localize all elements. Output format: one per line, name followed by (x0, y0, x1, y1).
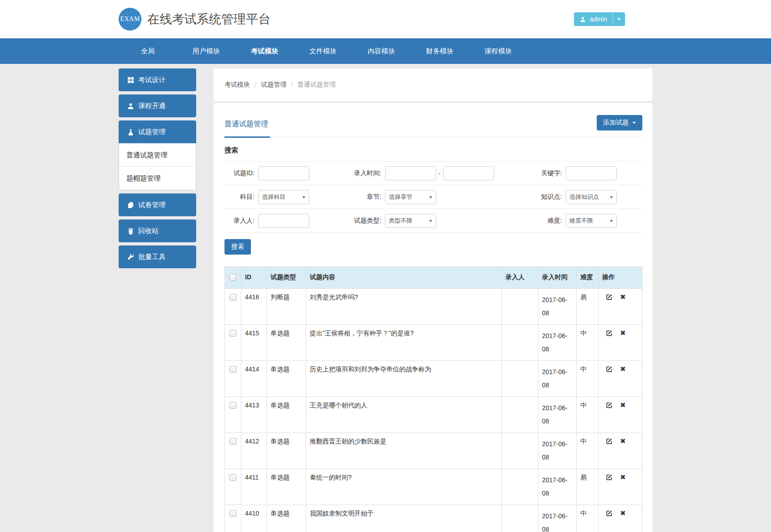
row-checkbox-cell (225, 469, 241, 505)
column-header: 录入人 (502, 267, 538, 289)
difficulty: 易 (577, 289, 599, 325)
row-checkbox[interactable] (229, 294, 236, 301)
column-header: ID (241, 267, 267, 289)
add-question-button[interactable]: 添加试题 (597, 115, 642, 130)
nav-item-file-module[interactable]: 文件模块 (294, 38, 352, 64)
question-type-select[interactable]: 类型不限▼ (385, 214, 436, 228)
row-checkbox[interactable] (229, 402, 236, 409)
nav-item-course-module[interactable]: 课程模块 (469, 38, 527, 64)
row-actions: ✖ (599, 469, 642, 505)
entry-time: 2017-06-08 (538, 433, 577, 469)
user-dropdown-toggle[interactable] (613, 12, 625, 26)
row-actions: ✖ (599, 289, 642, 325)
delete-icon[interactable]: ✖ (620, 510, 626, 516)
column-header: 录入时间 (538, 267, 577, 289)
row-checkbox[interactable] (229, 438, 236, 445)
row-checkbox[interactable] (229, 366, 236, 373)
user-icon (127, 102, 134, 110)
search-form-row: 科目:选择科目▼章节:选择章节▼知识点:选择知识点▼ (224, 185, 642, 209)
entry-time-end-input[interactable] (443, 166, 494, 180)
select-all-checkbox[interactable] (229, 274, 236, 281)
question-type: 单选题 (267, 361, 306, 397)
keyword-input[interactable] (566, 166, 617, 180)
sidebar-item-paper-mgmt[interactable]: 试卷管理 (119, 193, 196, 216)
delete-icon[interactable]: ✖ (620, 474, 626, 480)
nav-item-content-module[interactable]: 内容模块 (352, 38, 411, 64)
nav-item-finance-module[interactable]: 财务模块 (411, 38, 469, 64)
column-header: 难度 (577, 267, 599, 289)
nav-item-exam-module[interactable]: 考试模块 (235, 38, 294, 64)
row-id: 4416 (241, 289, 267, 325)
table-header-row: ID试题类型试题内容录入人录入时间难度操作 (225, 267, 642, 289)
entry-time: 2017-06-08 (538, 289, 577, 325)
subject-select[interactable]: 选择科目▼ (258, 190, 309, 204)
row-checkbox[interactable] (229, 330, 236, 337)
edit-icon[interactable] (606, 438, 613, 444)
user-button[interactable]: admin (574, 12, 613, 26)
breadcrumb-item[interactable]: 考试模块 (224, 81, 250, 89)
chapter-select[interactable]: 选择章节▼ (385, 190, 436, 204)
delete-icon[interactable]: ✖ (620, 293, 626, 300)
form-field-question-type: 试题类型:类型不限▼ (314, 214, 436, 228)
entry-time-start-input[interactable] (385, 166, 436, 180)
sidebar-item-course-open[interactable]: 课程开通 (119, 94, 196, 117)
select-all-cell (225, 267, 241, 289)
sidebar-item-recycle-bin[interactable]: 回收站 (119, 219, 196, 242)
sidebar-item-label: 批量工具 (138, 253, 166, 261)
question-content: 秦统一的时间? (306, 469, 502, 505)
row-id: 4412 (241, 433, 267, 469)
exam-logo: EXAM (119, 8, 141, 31)
knowledge-point-select[interactable]: 选择知识点▼ (566, 190, 617, 204)
breadcrumb-item: 普通试题管理 (297, 81, 336, 89)
question-type: 单选题 (267, 433, 306, 469)
search-form-row: 录入人:试题类型:类型不限▼难度:难度不限▼ (224, 209, 642, 233)
screen: EXAM 在线考试系统管理平台 admin 全局用户模块考试模块文件模块内容模块… (0, 0, 771, 532)
selected-option: 类型不限 (389, 217, 412, 225)
column-header: 试题内容 (306, 267, 502, 289)
edit-icon[interactable] (606, 365, 613, 372)
delete-icon[interactable]: ✖ (620, 438, 626, 444)
search-button[interactable]: 搜索 (224, 239, 251, 255)
entry-person (502, 505, 538, 532)
table-row: 4414单选题历史上把项羽和刘邦为争夺帝位的战争称为2017-06-08中✖ (225, 361, 642, 397)
edit-icon[interactable] (606, 474, 613, 480)
table-row: 4411单选题秦统一的时间?2017-06-08易✖ (225, 469, 642, 505)
row-actions: ✖ (599, 325, 642, 361)
sidebar-item-exam-design[interactable]: 考试设计 (119, 68, 196, 91)
entry-time: 2017-06-08 (538, 469, 577, 505)
difficulty-select[interactable]: 难度不限▼ (566, 214, 617, 228)
entry-person-input[interactable] (258, 214, 309, 228)
delete-icon[interactable]: ✖ (620, 329, 626, 336)
row-checkbox[interactable] (229, 474, 236, 481)
row-checkbox-cell (225, 397, 241, 433)
sidebar-item-question-mgmt[interactable]: 试题管理 (119, 120, 196, 143)
page-title: 在线考试系统管理平台 (147, 11, 271, 27)
question-type: 单选题 (267, 397, 306, 433)
delete-icon[interactable]: ✖ (620, 365, 626, 372)
tab-common-question-mgmt[interactable]: 普通试题管理 (224, 114, 270, 138)
row-actions: ✖ (599, 505, 642, 532)
edit-icon[interactable] (606, 329, 613, 336)
breadcrumb-item[interactable]: 试题管理 (261, 81, 287, 89)
form-field-knowledge-point: 知识点:选择知识点▼ (524, 190, 617, 204)
question-type: 单选题 (267, 505, 306, 532)
question-id-input[interactable] (258, 166, 309, 180)
caret-down-icon (617, 18, 621, 20)
edit-icon[interactable] (606, 402, 613, 408)
grid-icon (127, 76, 134, 83)
row-checkbox-cell (225, 361, 241, 397)
selected-option: 选择章节 (389, 193, 412, 201)
question-content: 推翻西晋王朝的少数民族是 (306, 433, 502, 469)
nav-item-user-module[interactable]: 用户模块 (177, 38, 235, 64)
sidebar-item-label: 课程开通 (138, 102, 166, 110)
delete-icon[interactable]: ✖ (620, 402, 626, 408)
nav-item-global[interactable]: 全局 (119, 38, 177, 64)
chevron-down-icon: ▼ (609, 195, 614, 199)
row-checkbox[interactable] (229, 510, 236, 517)
edit-icon[interactable] (606, 510, 613, 516)
question-id-label: 试题ID: (224, 169, 258, 177)
sidebar-item-batch-tools[interactable]: 批量工具 (119, 245, 196, 268)
sidebar-subitem-common-question-mgmt[interactable]: 普通试题管理 (119, 143, 196, 167)
edit-icon[interactable] (606, 293, 613, 300)
sidebar-subitem-cap-question-mgmt[interactable]: 题帽题管理 (119, 167, 196, 190)
